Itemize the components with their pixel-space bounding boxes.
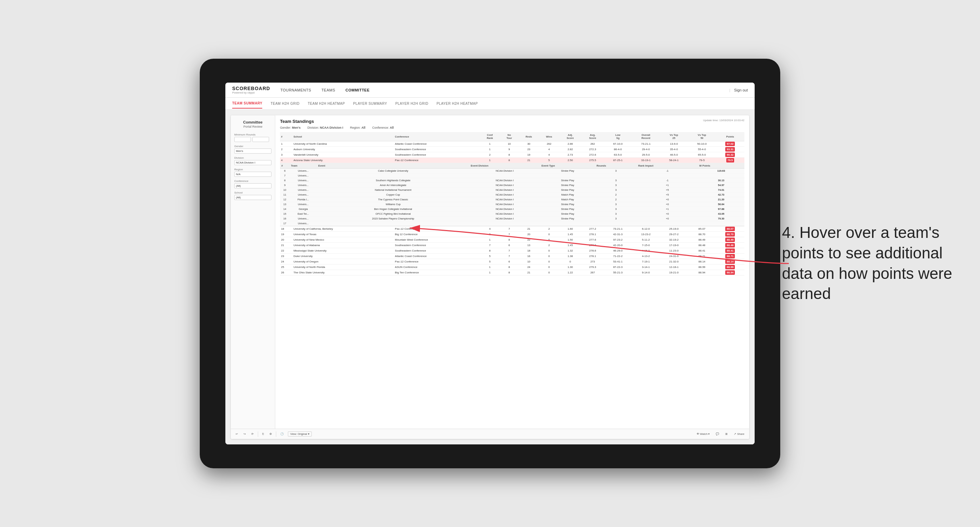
- sub-nav-team-h2h-grid[interactable]: TEAM H2H GRID: [270, 99, 299, 108]
- cell-points[interactable]: 88.49: [716, 237, 745, 243]
- filter-region-label: Region:: [350, 126, 362, 129]
- table-row: 20 University of New Mexico Mountain Wes…: [280, 237, 745, 243]
- points-badge[interactable]: 88.94: [725, 270, 735, 275]
- division-select[interactable]: NCAA Division I: [234, 160, 272, 165]
- table-row-highlighted: 4 Arizona State University Pac-12 Confer…: [280, 158, 745, 163]
- points-badge[interactable]: 90.32: [725, 152, 735, 157]
- points-badge[interactable]: 88.48: [725, 243, 735, 248]
- cell-overall: 3-14-1: [632, 265, 660, 270]
- cell-avg-score: 277.2: [582, 226, 604, 232]
- table-row: 23 Duke University Atlantic Coast Confer…: [280, 254, 745, 259]
- cell-no-tour: 9: [500, 147, 518, 152]
- expanded-row: 11 Univers... Copper Cup NCAA Division I…: [280, 192, 745, 197]
- exp-cell-rank-impact: -1: [637, 178, 698, 183]
- filter-gender-label: Gender:: [280, 126, 292, 129]
- gender-select[interactable]: Men's: [234, 148, 272, 154]
- points-badge[interactable]: 97.02: [725, 142, 735, 146]
- col-vs-top25: Vs Top25: [660, 132, 688, 141]
- table-area: Team Standings Update time: 13/03/2024 1…: [275, 115, 749, 429]
- cell-points[interactable]: 88.48: [716, 243, 745, 248]
- cell-points[interactable]: 88.07: [716, 226, 745, 232]
- cell-conference: Big Ten Conference: [394, 270, 480, 275]
- cell-points[interactable]: 88.71: [716, 254, 745, 259]
- sub-nav-team-h2h-heatmap[interactable]: TEAM H2H HEATMAP: [308, 99, 345, 108]
- cell-rank: 23: [280, 254, 292, 259]
- cell-rank: 1: [280, 141, 292, 147]
- cell-points[interactable]: 90.32: [716, 152, 745, 158]
- min-rounds-input1[interactable]: [234, 137, 251, 142]
- cell-points[interactable]: 88.70: [716, 232, 745, 237]
- copy-button[interactable]: ⎘: [261, 432, 265, 436]
- sub-nav-player-summary[interactable]: PLAYER SUMMARY: [353, 99, 387, 108]
- points-badge[interactable]: 88.41: [725, 249, 735, 253]
- points-badge[interactable]: 88.49: [725, 238, 735, 242]
- exp-cell-num: 7: [280, 173, 290, 178]
- sub-nav-player-h2h-heatmap[interactable]: PLAYER H2H HEATMAP: [436, 99, 478, 108]
- cell-rank: 2: [280, 147, 292, 152]
- cell-points[interactable]: 88.41: [716, 248, 745, 254]
- exp-cell-team: Univers...: [290, 202, 317, 207]
- points-badge[interactable]: 88.71: [725, 254, 735, 259]
- exp-cell-rank-impact: +1: [637, 183, 698, 188]
- cell-points[interactable]: 97.02: [716, 141, 745, 147]
- comment-button[interactable]: 💬: [714, 432, 721, 436]
- col-wins: Wins: [539, 132, 559, 141]
- points-badge[interactable]: 88.14: [725, 259, 735, 264]
- conference-select[interactable]: (All): [234, 183, 272, 189]
- cell-points[interactable]: 79.5: [716, 158, 745, 163]
- sub-nav-team-summary[interactable]: TEAM SUMMARY: [232, 98, 262, 108]
- cell-points[interactable]: 93.31: [716, 147, 745, 152]
- min-rounds-input2[interactable]: [252, 137, 269, 142]
- sidebar-title: Committee: [234, 120, 272, 124]
- cell-avg-score: 262: [582, 141, 604, 147]
- region-select[interactable]: N/A: [234, 172, 272, 177]
- school-select[interactable]: (All): [234, 195, 272, 200]
- cell-wins: 4: [539, 152, 559, 158]
- nav-tournaments[interactable]: TOURNAMENTS: [280, 87, 311, 94]
- exp-cell-team: Georgia: [290, 207, 317, 212]
- cell-vs-top25: 29-27-2: [660, 232, 688, 237]
- sign-out-button[interactable]: Sign out: [734, 88, 748, 92]
- points-badge[interactable]: 88.07: [725, 227, 735, 231]
- exp-cell-event: 2023 Sahalee Players Championship: [317, 216, 469, 221]
- refresh-button[interactable]: ⟳: [250, 432, 255, 436]
- clock-button[interactable]: 🕐: [279, 432, 285, 436]
- settings-button[interactable]: ⚙: [268, 432, 273, 436]
- cell-rank: 25: [280, 265, 292, 270]
- cell-rnds: 22: [518, 237, 539, 243]
- cell-avg-score: 272.6: [582, 152, 604, 158]
- cell-vs-top25: 12-18-1: [660, 265, 688, 270]
- cell-adj-score: 0: [559, 259, 582, 265]
- filter-gender-value: Men's: [292, 126, 301, 129]
- cell-vs-top50: 55-4-0: [688, 147, 716, 152]
- cell-school: The Ohio State University: [292, 270, 394, 275]
- undo-button[interactable]: ↩: [234, 432, 239, 436]
- exp-cell-rounds: 3: [595, 183, 637, 188]
- cell-points[interactable]: 88.14: [716, 259, 745, 265]
- share-button[interactable]: ↗ Share: [732, 432, 746, 436]
- nav-teams[interactable]: TEAMS: [321, 87, 335, 94]
- cell-points[interactable]: 88.94: [716, 270, 745, 275]
- min-rounds-range: [234, 137, 272, 142]
- exp-cell-event: The Cypress Point Classic: [317, 197, 469, 202]
- cell-rank: 19: [280, 232, 292, 237]
- points-badge[interactable]: 93.31: [725, 147, 735, 152]
- cell-points[interactable]: 88.99: [716, 265, 745, 270]
- exp-cell-team: Univers...: [290, 168, 317, 173]
- sub-nav-player-h2h-grid[interactable]: PLAYER H2H GRID: [395, 99, 428, 108]
- nav-committee[interactable]: COMMITTEE: [345, 87, 370, 94]
- filter-row: Gender: Men's Division: NCAA Division I …: [280, 126, 745, 129]
- grid-button[interactable]: ⊞: [724, 432, 729, 436]
- redo-button[interactable]: ↪: [242, 432, 247, 436]
- cell-overall: 13-23-2: [632, 232, 660, 237]
- cell-rnds: 24: [518, 265, 539, 270]
- cell-overall: 73-21-1: [632, 141, 660, 147]
- label-gender: Gender: [234, 145, 272, 148]
- view-original-button[interactable]: View: Original ▾: [288, 432, 312, 437]
- points-badge[interactable]: 88.70: [725, 232, 735, 237]
- cell-adj-score: 2.82: [559, 147, 582, 152]
- watch-button[interactable]: 👁 Watch ▾: [695, 432, 711, 436]
- cell-low-sg: 63-5-0: [604, 152, 632, 158]
- points-badge-active[interactable]: 79.5: [726, 158, 735, 162]
- points-badge[interactable]: 88.99: [725, 265, 735, 269]
